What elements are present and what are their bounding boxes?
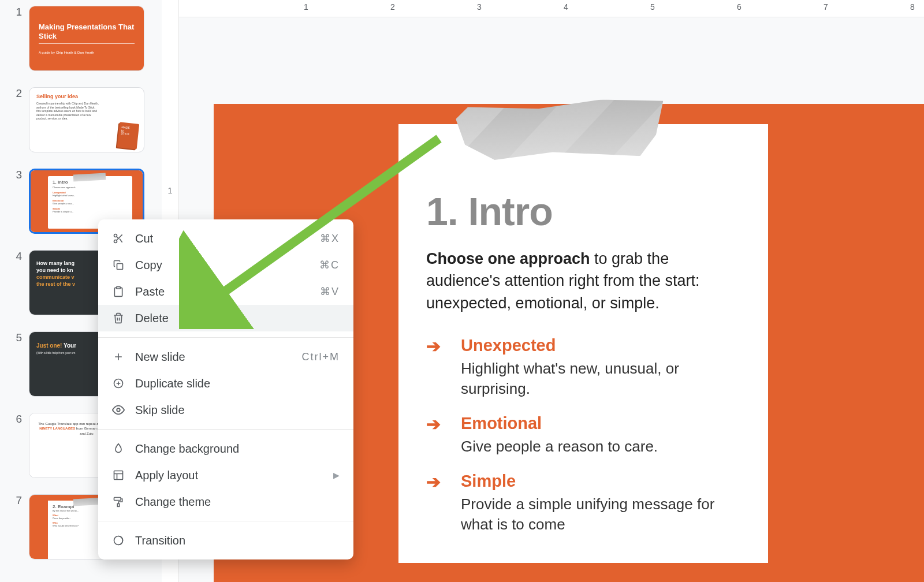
menu-item-cut[interactable]: Cut ⌘X <box>98 225 353 252</box>
slide-lead-text[interactable]: Choose one approach to grab the audience… <box>426 248 740 314</box>
slide-number: 3 <box>12 169 22 181</box>
slide-number: 6 <box>12 413 22 426</box>
arrow-icon: ➔ <box>426 414 446 457</box>
svg-point-6 <box>117 408 120 412</box>
menu-item-paste[interactable]: Paste ⌘V <box>98 278 353 305</box>
svg-rect-8 <box>114 498 121 501</box>
scissors-icon <box>110 233 127 244</box>
list-item[interactable]: ➔ Simple Provide a simple unifying messa… <box>426 472 740 535</box>
list-item[interactable]: ➔ Emotional Give people a reason to care… <box>426 414 740 457</box>
slide-number: 5 <box>12 331 22 344</box>
slide-thumbnail-1[interactable]: Making Presentations That Stick A guide … <box>29 6 144 71</box>
arrow-icon: ➔ <box>426 336 446 399</box>
slide-bullet-list[interactable]: ➔ Unexpected Highlight what's new, unusu… <box>426 336 740 535</box>
menu-item-skip-slide[interactable]: Skip slide <box>98 397 353 423</box>
menu-item-transition[interactable]: Transition <box>98 527 353 554</box>
transition-icon <box>110 535 127 546</box>
slide-heading[interactable]: 1. Intro <box>426 189 740 234</box>
trash-icon <box>110 312 127 324</box>
slide-context-menu: Cut ⌘X Copy ⌘C Paste ⌘V Delete New slide… <box>98 219 353 559</box>
svg-rect-4 <box>117 287 121 289</box>
slide-number: 2 <box>12 87 22 100</box>
droplet-icon <box>110 443 127 454</box>
menu-item-copy[interactable]: Copy ⌘C <box>98 252 353 278</box>
menu-item-change-background[interactable]: Change background <box>98 435 353 462</box>
slide-number: 4 <box>12 250 22 263</box>
clipboard-icon <box>110 286 127 297</box>
list-item[interactable]: ➔ Unexpected Highlight what's new, unusu… <box>426 336 740 399</box>
tape-graphic <box>455 98 665 163</box>
eye-icon <box>110 404 127 416</box>
svg-rect-7 <box>114 471 123 480</box>
menu-item-delete[interactable]: Delete <box>98 305 353 331</box>
menu-item-apply-layout[interactable]: Apply layout ▶ <box>98 462 353 488</box>
arrow-icon: ➔ <box>426 472 446 535</box>
copy-icon <box>110 259 127 271</box>
slide-thumbnail-2[interactable]: Selling your idea Created in partnership… <box>29 87 144 152</box>
menu-item-duplicate-slide[interactable]: Duplicate slide <box>98 370 353 397</box>
slide-number: 1 <box>12 6 22 18</box>
slide-content-card[interactable]: 1. Intro Choose one approach to grab the… <box>398 124 768 563</box>
svg-rect-3 <box>117 264 123 270</box>
menu-item-change-theme[interactable]: Change theme <box>98 488 353 515</box>
layout-icon <box>110 469 127 481</box>
duplicate-icon <box>110 378 127 389</box>
slide-number: 7 <box>12 494 22 507</box>
ruler-horizontal: 1 2 3 4 5 6 7 8 <box>179 0 924 17</box>
menu-item-new-slide[interactable]: New slide Ctrl+M <box>98 344 353 370</box>
chevron-right-icon: ▶ <box>333 471 340 480</box>
svg-rect-9 <box>117 503 119 506</box>
plus-icon <box>110 351 127 363</box>
paint-roller-icon <box>110 496 127 508</box>
